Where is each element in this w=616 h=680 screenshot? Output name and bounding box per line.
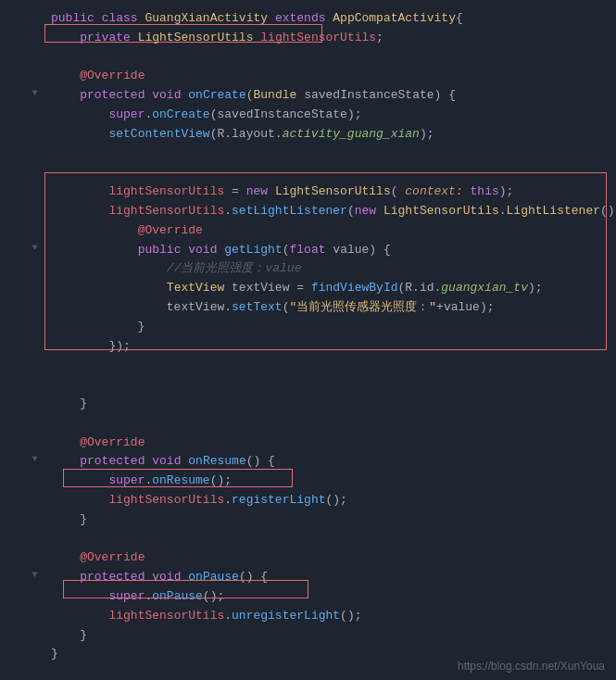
code-line-5: ▼ protected void onCreate(Bundle savedIn…	[28, 86, 616, 106]
code-content-16: textView.setText("当前光照传感器光照度："+value);	[46, 298, 607, 318]
code-content-27: }	[46, 510, 607, 530]
code-line-1: public class GuangXianActivity extends A…	[28, 9, 616, 29]
code-content-1: public class GuangXianActivity extends A…	[46, 9, 607, 29]
code-line-30: ▼ protected void onPause() {	[28, 568, 616, 587]
code-content-23: @Override	[46, 434, 607, 453]
code-line-4: @Override	[28, 67, 616, 86]
code-content-9	[46, 163, 607, 183]
code-line-20	[28, 375, 616, 395]
watermark-text: https://blog.csdn.net/XunYoua	[458, 660, 605, 673]
code-line-31: super.onPause();	[28, 587, 616, 607]
code-content-12: @Override	[46, 221, 607, 241]
code-content-2: private LightSensorUtils lightSensorUtil…	[46, 29, 607, 48]
code-line-19	[28, 356, 616, 375]
code-content-8	[46, 145, 607, 164]
code-content-7: setContentView(R.layout.activity_guang_x…	[46, 125, 607, 145]
code-content-10: lightSensorUtils = new LightSensorUtils(…	[46, 183, 607, 202]
gutter-30[interactable]: ▼	[28, 568, 46, 583]
code-line-11: lightSensorUtils.setLightListener(new Li…	[28, 202, 616, 221]
code-line-2: private LightSensorUtils lightSensorUtil…	[28, 29, 616, 48]
code-content-4: @Override	[46, 67, 607, 86]
code-content-18: });	[46, 337, 607, 357]
code-line-22	[28, 414, 616, 434]
code-line-18: });	[28, 337, 616, 357]
code-line-24: ▼ protected void onResume() {	[28, 452, 616, 472]
gutter-24[interactable]: ▼	[28, 452, 46, 467]
code-line-16: textView.setText("当前光照传感器光照度："+value);	[28, 298, 616, 318]
code-line-32: lightSensorUtils.unregisterLight();	[28, 607, 616, 626]
code-content-6: super.onCreate(savedInstanceState);	[46, 106, 607, 125]
code-content-17: }	[46, 318, 607, 337]
code-line-25: super.onResume();	[28, 472, 616, 491]
gutter-5[interactable]: ▼	[28, 86, 46, 101]
code-content-11: lightSensorUtils.setLightListener(new Li…	[46, 202, 616, 221]
code-line-12: @Override	[28, 221, 616, 241]
code-content-25: super.onResume();	[46, 472, 607, 491]
code-line-9	[28, 163, 616, 183]
code-content-22	[46, 414, 607, 434]
code-content-28	[46, 530, 607, 549]
code-line-14: //当前光照强度：value	[28, 259, 616, 279]
code-line-8	[28, 145, 616, 164]
gutter-13[interactable]: ▼	[28, 241, 46, 256]
code-content-19	[46, 356, 607, 375]
code-editor: public class GuangXianActivity extends A…	[0, 0, 616, 674]
code-line-13: ▼ public void getLight(float value) {	[28, 241, 616, 260]
code-line-29: @Override	[28, 548, 616, 568]
code-content-29: @Override	[46, 548, 607, 568]
code-content-33: }	[46, 626, 607, 646]
code-content-3	[46, 48, 607, 68]
code-line-3	[28, 48, 616, 68]
code-line-15: TextView textView = findViewById(R.id.gu…	[28, 279, 616, 298]
code-line-23: @Override	[28, 434, 616, 453]
code-content-31: super.onPause();	[46, 587, 607, 607]
code-content-14: //当前光照强度：value	[46, 259, 607, 279]
code-content-20	[46, 375, 607, 395]
code-line-17: }	[28, 318, 616, 337]
code-content-32: lightSensorUtils.unregisterLight();	[46, 607, 607, 626]
code-content-30: protected void onPause() {	[46, 568, 607, 587]
code-content-15: TextView textView = findViewById(R.id.gu…	[46, 279, 607, 298]
code-line-27: }	[28, 510, 616, 530]
code-line-10: lightSensorUtils = new LightSensorUtils(…	[28, 183, 616, 202]
code-line-6: super.onCreate(savedInstanceState);	[28, 106, 616, 125]
code-content-21: }	[46, 395, 607, 414]
code-content-24: protected void onResume() {	[46, 452, 607, 472]
code-line-26: lightSensorUtils.registerLight();	[28, 491, 616, 510]
code-content-26: lightSensorUtils.registerLight();	[46, 491, 607, 510]
code-content-13: public void getLight(float value) {	[46, 241, 607, 260]
code-line-21: }	[28, 395, 616, 414]
code-line-7: setContentView(R.layout.activity_guang_x…	[28, 125, 616, 145]
code-content-5: protected void onCreate(Bundle savedInst…	[46, 86, 607, 106]
code-line-33: }	[28, 626, 616, 646]
code-line-28	[28, 530, 616, 549]
